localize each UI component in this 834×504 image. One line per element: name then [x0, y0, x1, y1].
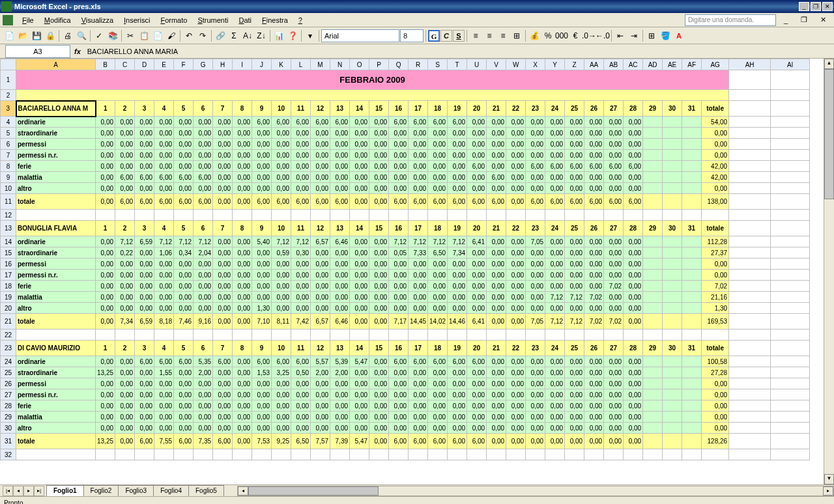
- research-icon[interactable]: 📚: [106, 29, 119, 42]
- row-header-13[interactable]: 13: [1, 221, 16, 236]
- person-name[interactable]: BONUGLIA FLAVIA: [16, 221, 96, 236]
- sheet-tab-foglio3[interactable]: Foglio3: [118, 485, 154, 496]
- menu-modifica[interactable]: Modifica: [39, 15, 76, 25]
- horizontal-scrollbar[interactable]: ◂ ▸: [237, 486, 834, 496]
- row-header-8[interactable]: 8: [1, 161, 16, 172]
- spellcheck-icon[interactable]: ✓: [93, 29, 106, 42]
- col-header-A[interactable]: A: [16, 59, 96, 70]
- col-header-AD[interactable]: AD: [643, 59, 663, 70]
- col-header-Y[interactable]: Y: [545, 59, 565, 70]
- person-name[interactable]: DI CAVIO MAURIZIO: [16, 341, 96, 356]
- chart-icon[interactable]: 📊: [272, 29, 285, 42]
- menu-inserisci[interactable]: Inserisci: [119, 15, 155, 25]
- cut-icon[interactable]: ✂: [124, 29, 137, 42]
- sheet-tab-foglio2[interactable]: Foglio2: [83, 485, 119, 496]
- doc-minimize-button[interactable]: _: [779, 15, 793, 25]
- row-header-1[interactable]: 1: [1, 70, 16, 90]
- decrease-indent-icon[interactable]: ⇤: [614, 29, 627, 42]
- merge-icon[interactable]: ⊞: [510, 29, 523, 42]
- col-header-AG[interactable]: AG: [702, 59, 729, 70]
- new-icon[interactable]: 📄: [3, 29, 16, 42]
- col-header-AF[interactable]: AF: [682, 59, 702, 70]
- col-header-B[interactable]: B: [96, 59, 115, 70]
- zoom-icon[interactable]: ▾: [304, 29, 317, 42]
- row-header-28[interactable]: 28: [1, 400, 16, 412]
- help-search-input[interactable]: Digitare una domanda.: [685, 14, 776, 26]
- font-name-select[interactable]: Arial: [321, 29, 399, 42]
- sheet-tab-foglio5[interactable]: Foglio5: [188, 485, 224, 496]
- paste-icon[interactable]: 📄: [151, 29, 164, 42]
- col-header-Q[interactable]: Q: [389, 59, 409, 70]
- align-right-icon[interactable]: ≡: [496, 29, 510, 42]
- col-header-AB[interactable]: AB: [604, 59, 624, 70]
- sheet-tab-foglio1[interactable]: Foglio1: [46, 485, 84, 496]
- align-center-icon[interactable]: ≡: [483, 29, 496, 42]
- row-header-9[interactable]: 9: [1, 172, 16, 183]
- col-header-AI[interactable]: AI: [771, 59, 810, 70]
- col-header-R[interactable]: R: [409, 59, 428, 70]
- tab-first-icon[interactable]: |◂: [3, 486, 13, 496]
- row-header-2[interactable]: 2: [1, 90, 16, 101]
- row-header-26[interactable]: 26: [1, 378, 16, 389]
- row-header-7[interactable]: 7: [1, 150, 16, 161]
- month-title[interactable]: FEBBRAIO 2009: [16, 70, 729, 90]
- comma-icon[interactable]: 000: [555, 29, 568, 42]
- col-header-P[interactable]: P: [369, 59, 389, 70]
- row-header-20[interactable]: 20: [1, 303, 16, 314]
- tab-last-icon[interactable]: ▸|: [34, 486, 44, 496]
- row-header-17[interactable]: 17: [1, 270, 16, 281]
- menu-strumenti[interactable]: Strumenti: [192, 15, 233, 25]
- doc-close-button[interactable]: ✕: [815, 14, 831, 25]
- row-header-11[interactable]: 11: [1, 194, 16, 210]
- menu-finestra[interactable]: Finestra: [257, 15, 293, 25]
- currency-icon[interactable]: 💰: [528, 29, 541, 42]
- minimize-button[interactable]: _: [799, 2, 809, 11]
- font-size-select[interactable]: 8: [400, 29, 424, 42]
- scroll-down-icon[interactable]: ▼: [824, 474, 834, 484]
- row-header-10[interactable]: 10: [1, 183, 16, 194]
- euro-icon[interactable]: €: [569, 29, 582, 42]
- hyperlink-icon[interactable]: 🔗: [214, 29, 227, 42]
- name-box[interactable]: A3: [5, 45, 70, 58]
- redo-icon[interactable]: ↷: [196, 29, 209, 42]
- font-color-icon[interactable]: A: [672, 29, 685, 42]
- col-header-G[interactable]: G: [194, 59, 213, 70]
- col-header-AA[interactable]: AA: [584, 59, 604, 70]
- row-header-19[interactable]: 19: [1, 292, 16, 303]
- row-header-24[interactable]: 24: [1, 356, 16, 367]
- hscroll-thumb[interactable]: [248, 486, 379, 496]
- menu-dati[interactable]: Dati: [233, 15, 257, 25]
- row-header-16[interactable]: 16: [1, 259, 16, 270]
- col-header-M[interactable]: M: [311, 59, 330, 70]
- menu-?[interactable]: ?: [293, 15, 308, 25]
- scroll-right-icon[interactable]: ▸: [823, 486, 833, 496]
- restore-button[interactable]: ❐: [811, 2, 821, 11]
- select-all-corner[interactable]: [1, 59, 16, 70]
- format-painter-icon[interactable]: 🖌: [165, 29, 178, 42]
- row-header-12[interactable]: 12: [1, 210, 16, 221]
- col-header-AE[interactable]: AE: [663, 59, 682, 70]
- fill-color-icon[interactable]: 🪣: [659, 29, 672, 42]
- col-header-S[interactable]: S: [428, 59, 448, 70]
- col-header-T[interactable]: T: [448, 59, 467, 70]
- print-icon[interactable]: 🖨: [61, 29, 74, 42]
- col-header-U[interactable]: U: [467, 59, 487, 70]
- italic-button[interactable]: C: [440, 30, 452, 42]
- help-icon[interactable]: ❓: [286, 29, 299, 42]
- bold-button[interactable]: G: [428, 30, 440, 42]
- row-header-3[interactable]: 3: [1, 101, 16, 117]
- underline-button[interactable]: S: [453, 30, 465, 42]
- sort-desc-icon[interactable]: Z↓: [255, 29, 268, 42]
- fx-icon[interactable]: fx: [74, 48, 81, 55]
- row-header-31[interactable]: 31: [1, 434, 16, 449]
- row-header-25[interactable]: 25: [1, 367, 16, 378]
- col-header-K[interactable]: K: [272, 59, 291, 70]
- row-header-6[interactable]: 6: [1, 139, 16, 150]
- sheet-tab-foglio4[interactable]: Foglio4: [153, 485, 189, 496]
- sort-asc-icon[interactable]: A↓: [241, 29, 254, 42]
- row-header-29[interactable]: 29: [1, 412, 16, 423]
- autosum-icon[interactable]: Σ: [227, 29, 240, 42]
- col-header-W[interactable]: W: [506, 59, 526, 70]
- row-header-18[interactable]: 18: [1, 281, 16, 292]
- formula-input[interactable]: BACIARELLO ANNA MARIA: [85, 48, 834, 55]
